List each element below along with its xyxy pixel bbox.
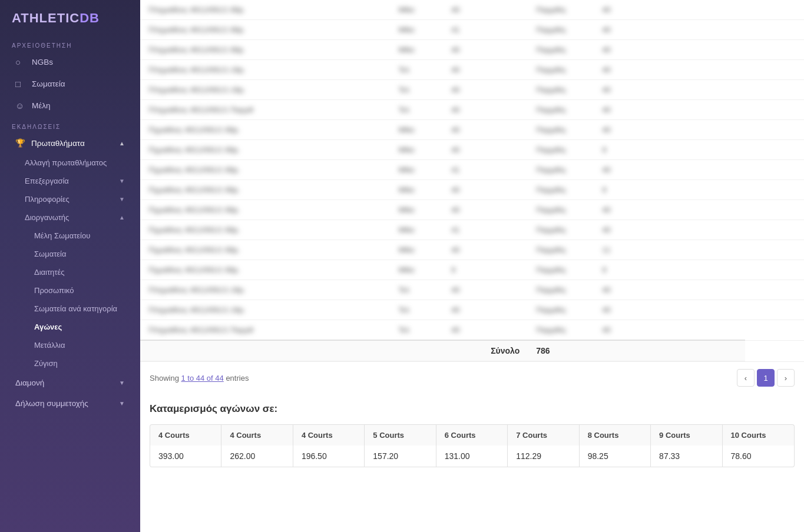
table-cell: 40 (443, 280, 482, 300)
logo-athletic: ATHLETIC (12, 11, 80, 25)
table-cell: Παρμθλς (528, 200, 594, 220)
prev-page-button[interactable]: ‹ (737, 369, 755, 387)
total-row: Σύνολο 786 (140, 340, 804, 361)
table-row: Ππγμαθλος 4911/091/1 68p.Μθα:41Παρμθλς40 (140, 20, 804, 40)
table-cell (689, 200, 745, 220)
table-cell: Τελ (390, 100, 443, 120)
table-cell (689, 0, 745, 20)
next-page-button[interactable]: › (777, 369, 795, 387)
chevron-right-icon: ▼ (119, 178, 125, 184)
table-cell (634, 120, 690, 140)
table-cell: 9 (594, 140, 633, 160)
sidebar-sub-dior[interactable]: Διοργανωτής ▲ (4, 209, 137, 226)
table-cell (689, 60, 745, 80)
table-row: Ππγμαθλος 4911/091/1 ΠαρρθΤελ40Παρμθλς40 (140, 320, 804, 341)
sidebar-sub-allagi[interactable]: Αλλαγή πρωταθλήματος (4, 154, 137, 171)
table-cell: Τελ (390, 300, 443, 320)
table-cell (689, 240, 745, 260)
trophy-icon: 🏆 (15, 138, 25, 148)
table-cell: Παρμθλς (528, 220, 594, 240)
table-cell: 9 (594, 180, 633, 200)
sidebar-item-diamoni[interactable]: Διαμονή ▼ (4, 373, 137, 393)
table-cell: Ππγμαθλος 4911/091/1-1θρ. (140, 60, 390, 80)
sidebar-sub-swm-kat[interactable]: Σωματεία ανά κατηγορία (4, 300, 137, 317)
courts-values: 393.00262.00196.50157.20131.00112.2998.2… (150, 445, 795, 467)
sidebar-sub-zyg[interactable]: Ζύγιση (4, 355, 137, 372)
table-cell: Μθα: (390, 180, 443, 200)
table-cell (634, 280, 690, 300)
table-cell (634, 200, 690, 220)
table-cell (482, 240, 528, 260)
data-table: Ππγμαθλος 4911/091/1 68p.Μθα:40Παρμθλς40… (140, 0, 804, 361)
table-cell (745, 320, 804, 341)
court-value-5: 112.29 (508, 445, 579, 467)
table-cell (745, 40, 804, 60)
table-cell: Παρμθλς (528, 120, 594, 140)
table-cell: Ππγμαθλος 4911/091/1-1θρ. (140, 80, 390, 100)
court-value-6: 98.25 (580, 445, 651, 467)
table-cell (634, 160, 690, 180)
page-1-button[interactable]: 1 (757, 369, 775, 387)
sidebar-sub-agones[interactable]: Αγώνες (4, 318, 137, 335)
table-cell (689, 120, 745, 140)
table-cell: 40 (594, 60, 633, 80)
table-cell (482, 0, 528, 20)
table-cell (745, 220, 804, 240)
table-cell: Μθα: (390, 200, 443, 220)
table-cell: Παρμθλς (528, 280, 594, 300)
table-cell: Πγμαθλος 4911/091/1 68p. (140, 120, 390, 140)
court-label-3: 5 Courts (365, 425, 436, 445)
sidebar-item-ngbs[interactable]: ○ NGBs (4, 52, 137, 72)
table-cell (634, 300, 690, 320)
table-cell (689, 260, 745, 280)
table-cell: Μθα: (390, 220, 443, 240)
court-value-0: 393.00 (150, 445, 221, 467)
court-label-1: 4 Courts (221, 425, 293, 445)
table-cell (482, 100, 528, 120)
table-row: Πγμαθλος 4911/091/1 68p.Μθα:41Παρμθλς40 (140, 220, 804, 240)
sidebar-item-meli[interactable]: ☺ Μέλη (4, 95, 137, 116)
sidebar-sub-swm[interactable]: Σωματεία (4, 245, 137, 262)
chevron-right-icon: ▼ (119, 400, 125, 407)
sidebar-sub-pliro[interactable]: Πληροφορίες ▼ (4, 191, 137, 208)
sidebar-item-prota[interactable]: 🏆 Πρωταθλήματα ▲ (4, 133, 137, 153)
ngbs-icon: ○ (15, 57, 26, 67)
table-cell (689, 160, 745, 180)
table-cell (482, 40, 528, 60)
table-cell (745, 280, 804, 300)
sidebar-sub-meli-sw[interactable]: Μέλη Σωματείου (4, 227, 137, 244)
table-cell: 40 (443, 240, 482, 260)
table-cell: Πγμαθλος 4911/091/1 68p. (140, 200, 390, 220)
table-cell (689, 320, 745, 341)
table-cell: Παρμθλς (528, 140, 594, 160)
table-row: Πγμαθλος 4911/091/1 68p.Μθα:9Παρμθλς9 (140, 260, 804, 280)
table-cell (745, 20, 804, 40)
chevron-up-icon: ▲ (119, 214, 125, 221)
table-cell: Πγμαθλος 4911/091/1 68p. (140, 220, 390, 240)
table-row: Πγμαθλος 4911/091/1 68p.Μθα:40Παρμθλς9 (140, 180, 804, 200)
sidebar-item-diilosi[interactable]: Δήλωση συμμετοχής ▼ (4, 394, 137, 413)
table-row: Ππγμαθλος 4911/091/1-1θρ.Τελ40Παρμθλς40 (140, 300, 804, 320)
table-cell (482, 20, 528, 40)
table-cell: 41 (443, 160, 482, 180)
table-cell: Πγμαθλος 4911/091/1 68p. (140, 240, 390, 260)
court-value-4: 131.00 (436, 445, 508, 467)
sidebar-sub-metallia[interactable]: Μετάλλια (4, 337, 137, 354)
table-cell: 40 (594, 80, 633, 100)
sidebar-sub-diait[interactable]: Διαιτητές (4, 264, 137, 281)
sidebar-item-swmateia[interactable]: □ Σωματεία (4, 74, 137, 94)
court-label-8: 10 Courts (723, 425, 794, 445)
table-cell (634, 260, 690, 280)
table-cell (689, 100, 745, 120)
table-cell (634, 240, 690, 260)
showing-range-link[interactable]: 1 to 44 of 44 (181, 374, 223, 383)
table-cell (482, 120, 528, 140)
table-cell: Ππγμαθλος 4911/091/1 68p. (140, 40, 390, 60)
table-cell: 40 (443, 140, 482, 160)
table-cell: Ππγμαθλος 4911/091/1-1θρ. (140, 300, 390, 320)
table-cell (745, 80, 804, 100)
table-cell: Τελ (390, 280, 443, 300)
sidebar-sub-epex[interactable]: Επεξεργασία ▼ (4, 172, 137, 189)
sidebar-sub-pros[interactable]: Προσωπικό (4, 282, 137, 299)
table-cell: Μθα: (390, 40, 443, 60)
